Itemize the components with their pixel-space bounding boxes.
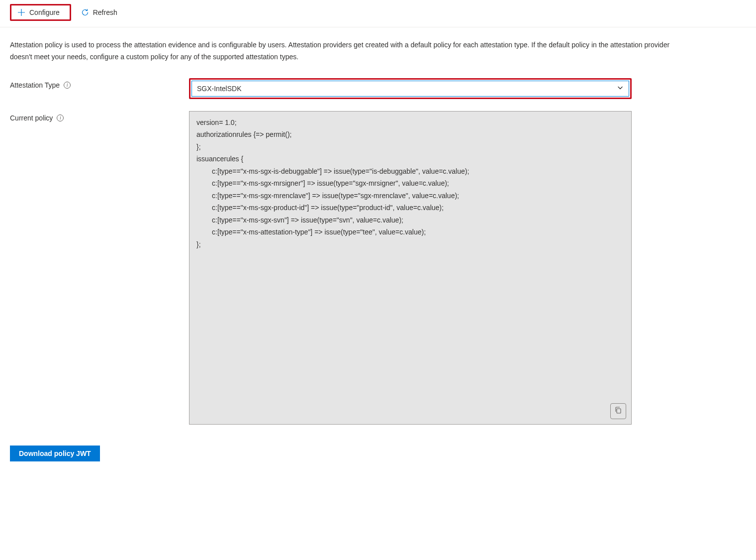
copy-icon — [614, 406, 622, 416]
refresh-label: Refresh — [93, 8, 117, 16]
copy-button[interactable] — [610, 403, 626, 419]
configure-label: Configure — [29, 8, 60, 16]
chevron-down-icon — [617, 84, 624, 93]
attestation-type-row: Attestation Type i SGX-IntelSDK — [10, 78, 746, 99]
current-policy-label: Current policy — [10, 114, 53, 122]
attestation-type-select-wrapper: SGX-IntelSDK — [189, 78, 632, 99]
current-policy-row: Current policy i version= 1.0; authoriza… — [10, 111, 746, 425]
attestation-type-select[interactable]: SGX-IntelSDK — [191, 81, 629, 97]
refresh-button[interactable]: Refresh — [75, 5, 123, 19]
attestation-type-label: Attestation Type — [10, 81, 60, 89]
info-icon[interactable]: i — [57, 114, 64, 121]
configure-button[interactable]: Configure — [11, 5, 66, 19]
download-policy-jwt-button[interactable]: Download policy JWT — [10, 446, 100, 461]
plus-icon — [17, 8, 25, 16]
download-button-label: Download policy JWT — [19, 449, 91, 457]
description-text: Attestation policy is used to process th… — [10, 39, 676, 63]
info-icon[interactable]: i — [64, 82, 71, 89]
svg-rect-0 — [617, 409, 621, 413]
toolbar: Configure Refresh — [0, 0, 756, 27]
attestation-type-value: SGX-IntelSDK — [197, 85, 241, 93]
content-area: Attestation policy is used to process th… — [0, 27, 756, 471]
select-highlight: SGX-IntelSDK — [189, 78, 632, 99]
attestation-type-label-group: Attestation Type i — [10, 78, 189, 89]
configure-highlight: Configure — [10, 4, 71, 21]
policy-code-box: version= 1.0; authorizationrules {=> per… — [189, 111, 632, 425]
policy-text: version= 1.0; authorizationrules {=> per… — [196, 116, 624, 251]
current-policy-label-group: Current policy i — [10, 111, 189, 122]
refresh-icon — [81, 8, 89, 16]
